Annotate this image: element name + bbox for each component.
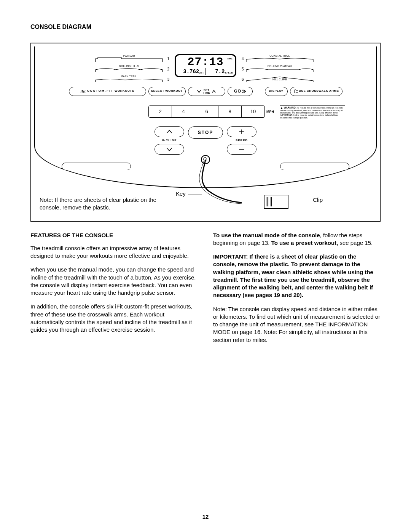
stop-button[interactable]: STOP xyxy=(188,126,223,139)
warning-label: ▲ WARNING: To reduce risk of serious inj… xyxy=(280,105,345,119)
lcd-display: 27:13TIME 3.762DIST. 7.2SPEED xyxy=(175,54,236,78)
speed-controls: SPEED xyxy=(227,126,256,155)
crosswalk-arms-button[interactable]: USE CROSSWALK ARMS xyxy=(290,87,342,96)
svg-text:ROLLING HILLS: ROLLING HILLS xyxy=(119,65,139,67)
important-note: IMPORTANT: If there is a sheet of clear … xyxy=(213,253,381,299)
chevron-up-icon xyxy=(166,129,173,134)
speed-down-button[interactable] xyxy=(227,144,256,155)
safety-clip xyxy=(264,195,288,209)
note-plastic: Note: If there are sheets of clear plast… xyxy=(40,196,158,212)
one-touch-speed-bar[interactable]: 2 4 6 8 10 xyxy=(148,105,265,118)
display-button[interactable]: DISPLAY xyxy=(265,87,288,96)
workouts-right: COASTAL TRAIL 4 ROLLING PLATEAU 5 HILL C… xyxy=(240,54,316,85)
park-trail-profile: PARK TRAIL xyxy=(95,75,166,84)
features-heading: FEATURES OF THE CONSOLE xyxy=(30,232,198,239)
warning-icon: ▲ xyxy=(280,107,283,110)
key-callout-label: Key xyxy=(176,190,186,198)
minus-icon xyxy=(238,147,245,152)
mph-label: MPH xyxy=(266,109,274,114)
speed-up-button[interactable] xyxy=(227,126,256,137)
body-text: To use the manual mode of the console, f… xyxy=(213,232,381,247)
incline-down-button[interactable] xyxy=(155,144,184,155)
ifit-workouts-button[interactable]: ifit CUSTOM-FIT WORKOUTS xyxy=(69,87,146,96)
clip-callout-label: Clip xyxy=(313,196,323,204)
svg-text:ROLLING PLATEAU: ROLLING PLATEAU xyxy=(268,65,292,67)
svg-text:HILL CLIMB: HILL CLIMB xyxy=(272,78,287,81)
key-callout-line xyxy=(188,195,202,195)
chevron-down-icon xyxy=(197,89,201,93)
body-text: Note: The console can display speed and … xyxy=(213,305,381,344)
console-diagram: PLATEAU 1 ROLLING HILLS 2 PARK TRAIL 3 2… xyxy=(30,43,381,222)
page-number: 12 xyxy=(0,513,411,521)
section-title: CONSOLE DIAGRAM xyxy=(30,23,381,31)
workouts-left: PLATEAU 1 ROLLING HILLS 2 PARK TRAIL 3 xyxy=(95,54,171,85)
chevron-right-icon xyxy=(241,89,246,93)
incline-controls: INCLINE xyxy=(155,126,184,155)
crosswalk-icon xyxy=(293,89,298,94)
chevron-down-icon xyxy=(166,147,173,152)
set-time-button[interactable]: SETTIME xyxy=(188,87,225,96)
go-button[interactable]: GO xyxy=(228,87,253,96)
svg-text:PARK TRAIL: PARK TRAIL xyxy=(121,75,137,78)
svg-text:PLATEAU: PLATEAU xyxy=(123,55,135,57)
hill-climb-profile: HILL CLIMB xyxy=(245,75,316,84)
left-handlebar-slot xyxy=(62,163,131,170)
body-text: When you use the manual mode, you can ch… xyxy=(30,266,198,297)
clip-callout-line xyxy=(290,201,303,201)
rolling-plateau-profile: ROLLING PLATEAU xyxy=(245,65,316,73)
incline-up-button[interactable] xyxy=(155,126,184,137)
svg-text:COASTAL TRAIL: COASTAL TRAIL xyxy=(269,55,290,57)
select-workout-button[interactable]: SELECT WORKOUT xyxy=(148,87,186,96)
plateau-profile: PLATEAU xyxy=(95,55,166,63)
body-text: In addition, the console offers six iFit… xyxy=(30,303,198,334)
chevron-up-icon xyxy=(212,89,216,93)
rolling-hills-profile: ROLLING HILLS xyxy=(95,65,166,73)
body-text: The treadmill console offers an impressi… xyxy=(30,244,198,260)
plus-icon xyxy=(238,129,245,134)
coastal-trail-profile: COASTAL TRAIL xyxy=(245,55,316,63)
